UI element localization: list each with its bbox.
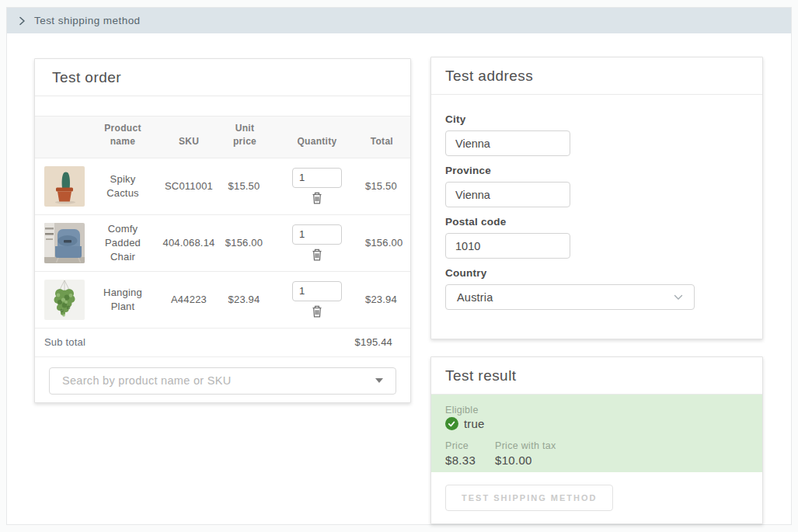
city-label: City [445, 113, 748, 125]
table-row: Spiky Cactus SC011001 $15.50 [35, 158, 410, 214]
trash-icon [311, 191, 323, 204]
postal-code-field[interactable] [445, 233, 570, 259]
column-image [35, 116, 89, 158]
remove-item-button[interactable] [310, 190, 324, 205]
remove-item-button[interactable] [310, 247, 324, 262]
test-shipping-method-header[interactable]: Test shipping method [7, 8, 791, 33]
product-total: $23.94 [365, 271, 410, 328]
quantity-input[interactable] [292, 281, 342, 301]
chevron-down-icon [674, 294, 683, 301]
product-search-select[interactable]: Search by product name or SKU [49, 367, 396, 395]
product-sku: 404.068.14 [157, 214, 221, 271]
subtotal-value: $195.44 [355, 336, 392, 348]
province-field[interactable] [445, 182, 570, 207]
product-name: Comfy Padded Chair [98, 222, 148, 263]
quantity-input[interactable] [292, 168, 342, 188]
eligible-value: true [464, 417, 485, 430]
dropdown-caret-icon [375, 378, 383, 383]
test-result-card: Test result Eligible true Price $8.33 [430, 356, 763, 524]
chevron-right-icon [19, 16, 26, 26]
result-panel: Eligible true Price $8.33 Price with tax [431, 395, 762, 472]
product-unit-price: $23.94 [221, 271, 269, 328]
product-search-placeholder: Search by product name or SKU [62, 374, 231, 387]
trash-icon [311, 248, 323, 261]
column-quantity: Quantity [269, 116, 365, 158]
city-field[interactable] [445, 130, 570, 156]
test-order-title: Test order [35, 59, 410, 96]
order-table: Product name SKU Unit price Quantity Tot… [35, 116, 410, 329]
test-order-card: Test order Product name SKU Unit price Q… [34, 58, 411, 403]
trash-icon [311, 304, 323, 318]
product-unit-price: $156.00 [221, 214, 269, 271]
price-with-tax-label: Price with tax [495, 440, 556, 451]
order-table-header-row: Product name SKU Unit price Quantity Tot… [35, 116, 410, 158]
topbar-title: Test shipping method [34, 15, 141, 26]
table-row: Comfy Padded Chair 404.068.14 $156.00 [35, 214, 410, 271]
test-shipping-method-button[interactable]: TEST SHIPPING METHOD [445, 485, 613, 511]
check-circle-icon [445, 417, 458, 430]
eligible-label: Eligible [445, 405, 748, 416]
column-total: Total [365, 116, 410, 158]
subtotal-label: Sub total [44, 336, 85, 348]
product-total: $15.50 [365, 158, 410, 214]
product-image-hanging-plant [44, 280, 85, 320]
country-label: Country [445, 267, 748, 279]
test-address-card: Test address City Province Postal code C… [430, 57, 763, 339]
test-address-title: Test address [431, 57, 762, 95]
product-unit-price: $15.50 [221, 158, 269, 214]
product-sku: SC011001 [157, 158, 221, 214]
product-image-comfy-padded-chair [44, 223, 85, 263]
column-product-name: Product name [89, 116, 157, 158]
column-sku: SKU [157, 116, 221, 158]
product-image-spiky-cactus [44, 166, 85, 207]
quantity-input[interactable] [292, 224, 342, 245]
product-name: Spiky Cactus [98, 172, 148, 200]
product-total: $156.00 [365, 214, 410, 271]
country-select-value: Austria [457, 291, 493, 304]
province-label: Province [445, 165, 748, 176]
price-value: $8.33 [445, 454, 495, 467]
page-frame: Test shipping method Test order Product … [6, 7, 792, 525]
postal-code-label: Postal code [445, 216, 748, 228]
column-unit-price: Unit price [221, 116, 269, 158]
price-label: Price [445, 440, 495, 451]
price-with-tax-value: $10.00 [495, 454, 556, 467]
test-result-title: Test result [431, 357, 762, 395]
country-select[interactable]: Austria [445, 284, 695, 310]
product-sku: A44223 [157, 271, 221, 328]
product-name: Hanging Plant [98, 286, 148, 313]
table-row: Hanging Plant A44223 $23.94 [35, 271, 410, 328]
subtotal-row: Sub total $195.44 [35, 329, 410, 357]
remove-item-button[interactable] [310, 304, 324, 318]
